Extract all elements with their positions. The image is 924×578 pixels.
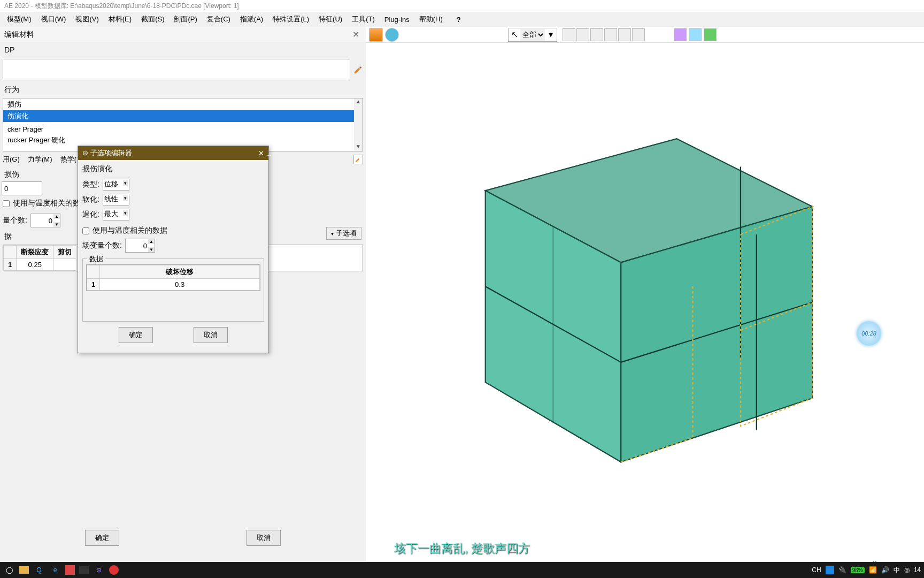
tool-icon[interactable] [590,28,603,41]
battery-indicator[interactable]: 96% [851,567,865,573]
context-help-icon[interactable]: ? [452,13,465,26]
menu-view[interactable]: 视图(V) [71,12,103,26]
material-editor-panel: 编辑材料 ✕ DP 行为 损伤 伤演化 cker Prager rucker P… [0,27,366,578]
close-icon[interactable]: ✕ [258,149,264,157]
edit-icon[interactable] [353,65,363,74]
resize-cursor-icon: ↔ [266,151,273,159]
damage-evolution-label: 损伤演化 [82,164,264,174]
behavior-item[interactable]: cker Prager [3,124,363,134]
selection-scope[interactable]: ↖ 全部 ▾ [508,28,557,42]
plug-icon: 🔌 [838,566,846,574]
info-icon[interactable] [385,28,399,42]
type-select[interactable]: 位移 [103,179,129,191]
tool-icon[interactable] [604,28,617,41]
behavior-item-selected[interactable]: 伤演化 [3,110,363,122]
ime-lang[interactable]: CH [812,566,821,574]
sd-fieldvar-spinner[interactable]: 0▲▼ [125,239,155,253]
explorer-icon[interactable] [19,566,29,574]
sd-ok-button[interactable]: 确定 [119,327,153,343]
menu-bar: 模型(M) 视口(W) 视图(V) 材料(E) 截面(S) 剖面(P) 复合(C… [0,12,924,27]
tray-icon[interactable]: ◎ [904,566,910,574]
sd-temp-checkbox[interactable] [82,227,89,234]
tab-general[interactable]: 用(G) [3,155,20,164]
field-var-label: 量个数: [3,216,27,225]
tool-icon[interactable] [618,28,631,41]
display-icon[interactable] [704,28,717,41]
volume-icon[interactable]: 🔊 [881,566,889,574]
temp-data-checkbox[interactable] [3,200,10,207]
edit-icon[interactable] [353,155,363,164]
tool-icon[interactable] [632,28,645,41]
menu-assign[interactable]: 指派(A) [236,12,267,26]
field-var-spinner[interactable]: 0▲▼ [30,214,60,227]
taskbar[interactable]: ◯ Q e ⊝ CH 🔌 96% 📶 🔊 中 ◎ 14 [0,562,924,578]
behavior-item[interactable]: rucker Prager 硬化 [3,134,363,146]
3d-viewport[interactable] [366,59,924,546]
tool-icon[interactable] [563,28,575,41]
window-title: AE 2020 - 模型数据库: E:\abaqus2020\temp\June… [0,0,924,12]
damage-input[interactable] [2,181,42,195]
video-subtitle: 垓下一曲离乱, 楚歌声四方 [394,541,530,557]
tab-mechanics[interactable]: 力学(M) [28,155,52,164]
start-icon[interactable]: ◯ [3,564,15,576]
scope-select[interactable]: 全部 [520,29,545,41]
suboption-button[interactable]: 子选项 [326,227,361,240]
menu-plugins[interactable]: Plug-ins [380,13,414,26]
material-editor-title: 编辑材料 [4,30,34,40]
scrollbar[interactable]: ▲▼ [354,98,363,151]
sd-temp-label: 使用与温度相关的数据 [93,226,167,235]
sd-data-table[interactable]: 破坏位移 10.3 [86,264,260,291]
soften-select[interactable]: 线性 [103,194,129,206]
edge-icon[interactable]: e [49,564,61,576]
behavior-item[interactable]: 损伤 [3,98,363,110]
cancel-button[interactable]: 取消 [247,530,281,546]
menu-material[interactable]: 材料(E) [104,12,136,26]
terminal-icon[interactable] [79,566,89,574]
clock[interactable]: 14 [914,566,921,574]
degrade-label: 退化: [82,210,99,219]
menu-feature[interactable]: 特征(U) [314,12,346,26]
sd-fieldvar-label: 场变量个数: [82,241,122,250]
behavior-list[interactable]: 损伤 伤演化 cker Prager rucker Prager 硬化 ▲▼ [3,98,363,151]
sd-cancel-button[interactable]: 取消 [194,327,228,343]
tool-icon[interactable] [576,28,589,41]
menu-composite[interactable]: 复合(C) [203,12,235,26]
menu-help[interactable]: 帮助(H) [415,12,447,26]
suboption-dialog-title: ⊝ 子选项编辑器 [82,148,132,158]
music-icon[interactable] [109,565,119,575]
chevron-down-icon[interactable]: ▾ [545,29,557,40]
menu-section[interactable]: 截面(S) [137,12,168,26]
menu-profile[interactable]: 剖面(P) [170,12,201,26]
menu-model[interactable]: 模型(M) [3,12,36,26]
menu-tool[interactable]: 工具(T) [348,12,379,26]
ime-indicator[interactable]: 中 [894,566,900,575]
material-description-input[interactable] [3,59,350,80]
viewport-panel: ↖ 全部 ▾ [366,27,924,578]
ok-button[interactable]: 确定 [85,530,119,546]
network-icon[interactable]: 📶 [869,566,877,574]
qq-icon[interactable]: Q [33,564,45,576]
degrade-select[interactable]: 最大 [103,209,129,220]
menu-viewport[interactable]: 视口(W) [37,12,71,26]
material-name-label: DP [0,42,366,57]
app-icon[interactable] [65,565,75,575]
suboption-dialog: ⊝ 子选项编辑器 ✕ ↔ 损伤演化 类型:位移 软化:线性 退化:最大 使用与温… [78,146,269,353]
data-group-label: 数据 [87,254,105,264]
viewport-toolbar: ↖ 全部 ▾ [366,27,924,43]
menu-special[interactable]: 特殊设置(L) [268,12,313,26]
timer-badge: 00:28 [857,321,881,346]
display-icon[interactable] [689,28,702,41]
eclipse-icon[interactable]: ⊝ [93,564,105,576]
soften-label: 软化: [82,195,99,204]
type-label: 类型: [82,180,99,189]
temp-data-label: 使用与温度相关的数据 [13,199,88,208]
cursor-icon: ↖ [509,29,520,40]
assembly-icon[interactable] [369,28,383,42]
close-icon[interactable]: ✕ [350,29,361,40]
display-icon[interactable] [674,28,687,41]
tray-icon[interactable] [826,566,834,574]
behavior-label: 行为 [0,82,366,98]
